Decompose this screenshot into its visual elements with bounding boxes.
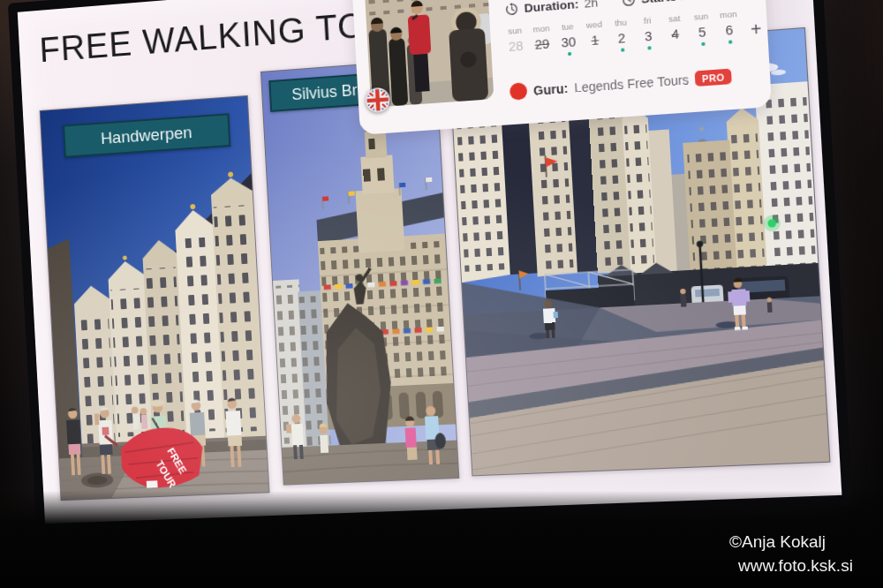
photo-label-text: Handwerpen: [100, 123, 192, 148]
day-of-week: fri: [635, 14, 660, 26]
availability-dot: [621, 48, 624, 51]
day-number: 29: [530, 36, 555, 52]
day-number: 4: [662, 26, 688, 43]
day-cell-1[interactable]: wed 1: [582, 19, 608, 55]
day-of-week: sun: [502, 25, 527, 36]
day-cell-2[interactable]: thu 2: [608, 17, 635, 53]
uk-flag-icon: [365, 87, 391, 113]
day-cell-5[interactable]: sun 5: [689, 11, 716, 47]
duration-label: Duration:: [524, 0, 579, 15]
photo-credit: ©Anja Kokalj www.foto.ksk.si: [729, 530, 853, 577]
guru-avatar: [509, 82, 528, 101]
clock-icon: [622, 0, 637, 7]
day-number: 30: [555, 34, 581, 50]
duration-value: 2h: [584, 0, 598, 11]
day-of-week: sun: [689, 11, 714, 22]
day-cell-3[interactable]: fri 3: [635, 14, 661, 50]
availability-dot: [728, 40, 731, 43]
spacer: [603, 1, 616, 2]
guru-label: Guru:: [533, 80, 569, 97]
day-of-week: mon: [529, 23, 554, 34]
starts-at-label: Starts at: [641, 0, 692, 6]
day-number: 28: [503, 38, 529, 54]
day-number: 6: [716, 22, 743, 39]
day-of-week: tue: [555, 20, 580, 32]
photo-credit-line2: www.foto.ksk.si: [738, 554, 853, 577]
pro-badge: PRO: [695, 69, 731, 87]
day-of-week: thu: [608, 17, 634, 28]
photo-guild-houses-tour-group: FREE TOUR Handwerpen: [40, 95, 270, 501]
day-cell-4[interactable]: sat 4: [661, 12, 689, 49]
photo-credit-line1: ©Anja Kokalj: [729, 530, 853, 554]
photo-of-tv-scene: FREE WALKING TOUR: [0, 0, 883, 588]
day-cell-28[interactable]: sun 28: [502, 25, 529, 61]
more-dates-button[interactable]: +: [743, 6, 769, 42]
day-of-week: sat: [661, 12, 687, 24]
guru-name: Legends Free Tours: [574, 72, 690, 95]
guru-row: Guru: Legends Free Tours PRO: [509, 68, 732, 101]
day-cell-6[interactable]: mon 6: [715, 8, 743, 44]
availability-dot: [701, 42, 705, 46]
day-number: 1: [582, 32, 608, 48]
day-number: 5: [689, 24, 714, 41]
day-of-week: mon: [715, 8, 741, 20]
duration-history-icon: [505, 2, 519, 16]
day-number: 3: [636, 28, 661, 45]
day-of-week: wed: [582, 19, 608, 30]
day-cell-30[interactable]: tue 30: [555, 20, 582, 57]
day-cell-29[interactable]: mon 29: [529, 23, 555, 59]
availability-dot: [567, 52, 570, 56]
date-picker-strip: sun 28 mon 29 tue 30 wed 1: [502, 6, 769, 60]
tv-screen: FREE WALKING TOUR: [8, 0, 853, 533]
day-number: 2: [608, 30, 634, 46]
presentation-slide: FREE WALKING TOUR: [18, 0, 842, 524]
availability-dot: [647, 46, 651, 49]
